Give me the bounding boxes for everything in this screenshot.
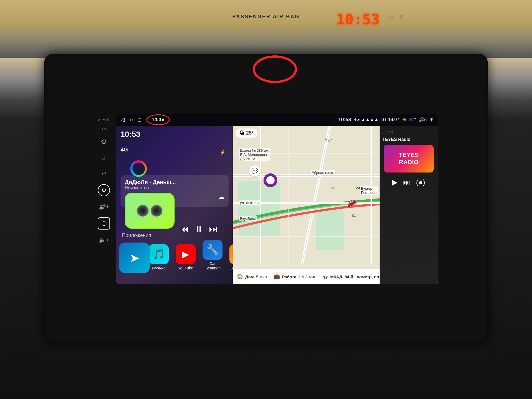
- airbag-label: PASSENGER AIR BAG: [232, 14, 300, 20]
- nav-back-button[interactable]: ◁: [121, 116, 125, 123]
- music-app-label: Музыка: [152, 266, 166, 270]
- map-label-vkusvill: ВкусВилл: [239, 216, 257, 221]
- music-artist: Неизвестно: [125, 186, 224, 191]
- teyes-radio-label: TEYES Radio: [382, 137, 410, 142]
- youtube-app-icon: ▶: [176, 244, 196, 264]
- head-unit-bezel: ⊙ MIC ⊙ RST ⏻ ⌂ ↩ ⚙ 🔊+ ⬡ 🔈+ ◁ ○ □ 14.3V …: [44, 54, 488, 344]
- assistant-inner: [132, 163, 145, 175]
- bluetooth-icon: ⚡: [220, 149, 226, 155]
- teyes-logo[interactable]: TEYES RADIO: [384, 145, 434, 173]
- map-number-21: 21: [352, 213, 356, 217]
- network-dots: ····: [121, 141, 126, 146]
- network-type: 4G: [121, 146, 128, 153]
- device-time: 10:53: [121, 130, 229, 139]
- home-route-label: Дом: [245, 274, 254, 279]
- network-info: ···· 4G: [121, 141, 229, 153]
- teyes-play-button[interactable]: ▶: [392, 178, 398, 187]
- map-weather-widget: 🌤 25°: [236, 128, 257, 138]
- navigator-arrow-icon: ➤: [129, 251, 140, 265]
- status-bar: ◁ ○ □ 14.3V 10:53 4G ▲▲▲▲ BT 18.07 ☀ 21°…: [116, 114, 438, 126]
- play-pause-button[interactable]: ⏸: [195, 224, 203, 234]
- phone-cameras: [137, 205, 162, 217]
- carscanner-app-icon: 🔧: [203, 240, 222, 260]
- svg-rect-1: [238, 181, 280, 236]
- teyes-radio-controls: ▶ ⏭ (●): [392, 178, 425, 187]
- settings-side-button[interactable]: ⚙: [98, 184, 110, 196]
- map-label-dejneva: ул. Дежнёва: [239, 200, 262, 205]
- side-buttons-left: ⊙ MIC ⊙ RST ⏻ ⌂ ↩ ⚙ 🔊+ ⬡ 🔈+: [93, 118, 115, 246]
- teyes-logo-text-2: RADIO: [399, 159, 419, 166]
- left-panel: 10:53 ···· 4G ДиДюЛя - Деньш... Неизвест…: [116, 126, 233, 284]
- home-side-button[interactable]: ⌂: [98, 152, 109, 163]
- mic-label: ⊙ MIC: [98, 118, 110, 122]
- route-work[interactable]: 💼 Работа 1 ч 8 мин.: [274, 274, 318, 280]
- grid-icon[interactable]: ⊞: [429, 117, 434, 123]
- route-home[interactable]: 🏠 Дом 5 мин.: [237, 274, 268, 280]
- dashboard-clock: 10:53: [336, 11, 380, 28]
- teyes-online-label: Online: [382, 130, 393, 134]
- music-app-icon: 🎵: [149, 244, 169, 264]
- status-signal: 4G ▲▲▲▲: [354, 117, 378, 122]
- teyes-logo-text-1: TEYES: [399, 151, 419, 159]
- status-bluetooth: BT 18.07: [381, 117, 399, 122]
- work-route-label: Работа: [282, 274, 296, 279]
- voltage-display: 14.3V: [146, 114, 170, 125]
- camera-lens-2: [151, 205, 162, 217]
- home-route-time: 5 мин.: [256, 274, 268, 279]
- dashboard-media-controls: ⏮ ⏸: [388, 14, 405, 21]
- mkad-route-label: МКАД, 84-й...лометр, вл1: [330, 274, 382, 279]
- map-number-24: 24: [356, 186, 360, 190]
- yandex-alisa-bubble[interactable]: [264, 173, 277, 187]
- status-temperature: 21°: [409, 117, 416, 122]
- map-number-7x2: 7✕2: [325, 138, 333, 143]
- power-button[interactable]: ⏻: [98, 136, 109, 147]
- status-weather-icon: ☀: [402, 117, 406, 123]
- apps-label: Приложения: [122, 233, 151, 238]
- music-title: ДиДюЛя - Деньш...: [125, 179, 224, 186]
- teyes-radio-panel: Online TEYES Radio TEYES RADIO ▶ ⏭ (●): [380, 126, 438, 284]
- vol-down-button[interactable]: 🔈+: [98, 235, 109, 246]
- next-button[interactable]: ⏭: [209, 224, 218, 234]
- carscanner-app-label: Car Scanner: [203, 261, 222, 270]
- assistant-button[interactable]: [130, 160, 147, 177]
- main-content: 10:53 ···· 4G ДиДюЛя - Деньш... Неизвест…: [116, 126, 438, 284]
- phone-thumbnail: [125, 193, 175, 229]
- map-label-burger: БургерРесторан: [360, 186, 378, 195]
- app-item-music[interactable]: 🎵 Музыка: [149, 244, 169, 270]
- chat-icon: 💬: [251, 168, 258, 174]
- map-temperature: 25°: [246, 130, 254, 136]
- home-route-icon: 🏠: [237, 274, 243, 280]
- work-route-time: 1 ч 8 мин.: [299, 274, 318, 279]
- vol-up-button[interactable]: 🔊+: [98, 201, 109, 212]
- chat-bubble[interactable]: 💬: [249, 165, 260, 176]
- media-controls: ⏮ ⏸ ⏭: [180, 224, 218, 234]
- prev-button[interactable]: ⏮: [180, 224, 189, 234]
- apps-side-button[interactable]: ⬡: [98, 217, 110, 230]
- back-side-button[interactable]: ↩: [98, 168, 109, 179]
- status-volume[interactable]: 🔊6: [419, 117, 427, 122]
- map-weather-icon: 🌤: [239, 130, 244, 136]
- map-label-black-bone: Чёрная кость: [311, 170, 335, 175]
- rst-label: ⊙ RST: [98, 127, 110, 131]
- alisa-inner: [266, 176, 275, 184]
- camera-lens-1: [137, 205, 149, 217]
- dashboard-top: PASSENGER AIR BAG 10:53 ⏮ ⏸: [0, 0, 532, 58]
- navigator-widget[interactable]: ➤: [119, 243, 150, 273]
- teyes-next-button[interactable]: ⏭: [403, 178, 410, 187]
- mkad-route-icon: 🛣: [323, 274, 328, 280]
- pause-icon: ⏸: [398, 14, 405, 21]
- status-time: 10:53: [338, 117, 351, 123]
- prev-track-icon: ⏮: [388, 14, 394, 21]
- car-background: PASSENGER AIR BAG 10:53 ⏮ ⏸ ⊙ MIC ⊙ RST …: [0, 0, 532, 399]
- main-screen: ◁ ○ □ 14.3V 10:53 4G ▲▲▲▲ BT 18.07 ☀ 21°…: [116, 114, 438, 284]
- nav-recent-button[interactable]: □: [138, 117, 141, 123]
- work-route-icon: 💼: [274, 274, 280, 280]
- nav-home-button[interactable]: ○: [130, 117, 133, 123]
- map-label-school: Школа № 285 им.В.А. Молодцова,ДО № 13: [239, 148, 270, 161]
- youtube-app-label: YouTube: [178, 266, 193, 270]
- app-item-youtube[interactable]: ▶ YouTube: [176, 244, 196, 270]
- teyes-radio-button[interactable]: (●): [416, 178, 425, 187]
- svg-rect-2: [316, 209, 344, 250]
- app-item-carscanner[interactable]: 🔧 Car Scanner: [203, 240, 222, 270]
- map-number-28: 28: [331, 186, 336, 190]
